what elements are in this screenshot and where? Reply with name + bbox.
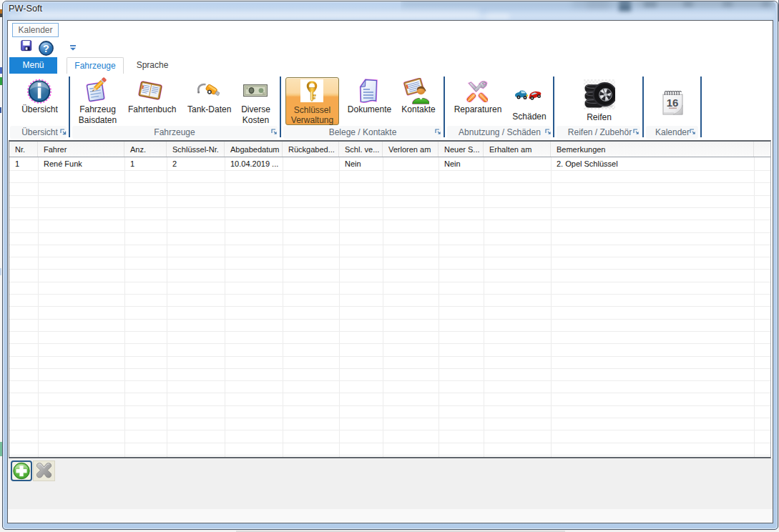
svg-text:?: ?	[43, 43, 49, 54]
svg-text:16: 16	[667, 97, 679, 109]
